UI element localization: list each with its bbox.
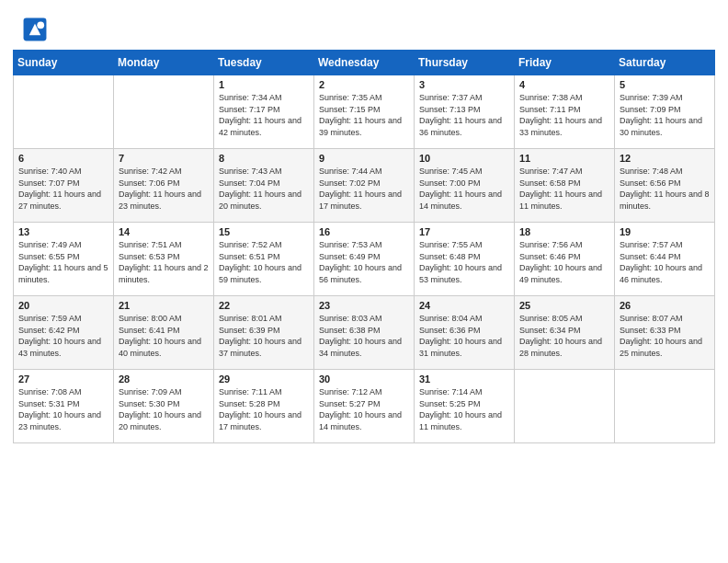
day-number: 28 [119, 373, 209, 385]
day-info: Sunrise: 8:07 AM Sunset: 6:33 PM Dayligh… [620, 313, 710, 359]
day-info: Sunrise: 7:42 AM Sunset: 7:06 PM Dayligh… [119, 166, 209, 212]
calendar-week-row: 1Sunrise: 7:34 AM Sunset: 7:17 PM Daylig… [14, 75, 715, 149]
day-number: 29 [219, 373, 309, 385]
logo-icon [22, 17, 48, 42]
day-info: Sunrise: 7:40 AM Sunset: 7:07 PM Dayligh… [18, 166, 108, 212]
calendar-cell: 22Sunrise: 8:01 AM Sunset: 6:39 PM Dayli… [214, 296, 314, 370]
calendar-cell: 10Sunrise: 7:45 AM Sunset: 7:00 PM Dayli… [415, 149, 515, 223]
day-info: Sunrise: 7:59 AM Sunset: 6:42 PM Dayligh… [18, 313, 108, 359]
logo [22, 17, 50, 42]
day-number: 3 [419, 79, 509, 90]
day-info: Sunrise: 7:47 AM Sunset: 6:58 PM Dayligh… [519, 166, 609, 212]
day-info: Sunrise: 7:08 AM Sunset: 5:31 PM Dayligh… [18, 386, 108, 432]
calendar-cell: 26Sunrise: 8:07 AM Sunset: 6:33 PM Dayli… [615, 296, 715, 370]
calendar-cell: 13Sunrise: 7:49 AM Sunset: 6:55 PM Dayli… [14, 223, 114, 296]
day-number: 27 [18, 373, 108, 385]
day-info: Sunrise: 7:39 AM Sunset: 7:09 PM Dayligh… [620, 92, 710, 138]
day-number: 6 [18, 153, 108, 164]
calendar-week-row: 27Sunrise: 7:08 AM Sunset: 5:31 PM Dayli… [14, 370, 715, 443]
calendar-cell: 19Sunrise: 7:57 AM Sunset: 6:44 PM Dayli… [615, 223, 715, 296]
weekday-header: Thursday [415, 51, 515, 75]
calendar-cell: 23Sunrise: 8:03 AM Sunset: 6:38 PM Dayli… [314, 296, 415, 370]
calendar-cell: 1Sunrise: 7:34 AM Sunset: 7:17 PM Daylig… [214, 75, 314, 149]
header [0, 0, 728, 50]
day-info: Sunrise: 7:35 AM Sunset: 7:15 PM Dayligh… [319, 92, 409, 138]
calendar-cell: 5Sunrise: 7:39 AM Sunset: 7:09 PM Daylig… [615, 75, 715, 149]
calendar-cell: 11Sunrise: 7:47 AM Sunset: 6:58 PM Dayli… [515, 149, 615, 223]
calendar-cell: 7Sunrise: 7:42 AM Sunset: 7:06 PM Daylig… [114, 149, 214, 223]
day-number: 18 [519, 226, 609, 237]
calendar-cell: 4Sunrise: 7:38 AM Sunset: 7:11 PM Daylig… [515, 75, 615, 149]
calendar-week-row: 6Sunrise: 7:40 AM Sunset: 7:07 PM Daylig… [14, 149, 715, 223]
weekday-header: Saturday [615, 51, 715, 75]
day-number: 9 [319, 153, 409, 164]
day-number: 7 [119, 153, 209, 164]
calendar-cell: 30Sunrise: 7:12 AM Sunset: 5:27 PM Dayli… [314, 370, 415, 443]
day-info: Sunrise: 8:00 AM Sunset: 6:41 PM Dayligh… [119, 313, 209, 359]
weekday-header: Tuesday [214, 51, 314, 75]
calendar-week-row: 20Sunrise: 7:59 AM Sunset: 6:42 PM Dayli… [14, 296, 715, 370]
day-number: 15 [219, 226, 309, 237]
day-number: 26 [620, 300, 710, 311]
day-info: Sunrise: 8:04 AM Sunset: 6:36 PM Dayligh… [419, 313, 509, 359]
calendar-cell [114, 75, 214, 149]
calendar-cell: 9Sunrise: 7:44 AM Sunset: 7:02 PM Daylig… [314, 149, 415, 223]
day-number: 10 [419, 153, 509, 164]
day-number: 22 [219, 300, 309, 311]
calendar-cell: 8Sunrise: 7:43 AM Sunset: 7:04 PM Daylig… [214, 149, 314, 223]
day-info: Sunrise: 7:11 AM Sunset: 5:28 PM Dayligh… [219, 386, 309, 432]
svg-point-2 [37, 21, 44, 29]
calendar-cell: 14Sunrise: 7:51 AM Sunset: 6:53 PM Dayli… [114, 223, 214, 296]
day-info: Sunrise: 7:51 AM Sunset: 6:53 PM Dayligh… [119, 239, 209, 285]
day-info: Sunrise: 7:45 AM Sunset: 7:00 PM Dayligh… [419, 166, 509, 212]
calendar-cell: 16Sunrise: 7:53 AM Sunset: 6:49 PM Dayli… [314, 223, 415, 296]
day-number: 2 [319, 79, 409, 90]
calendar-cell: 2Sunrise: 7:35 AM Sunset: 7:15 PM Daylig… [314, 75, 415, 149]
calendar-cell: 20Sunrise: 7:59 AM Sunset: 6:42 PM Dayli… [14, 296, 114, 370]
calendar-cell: 31Sunrise: 7:14 AM Sunset: 5:25 PM Dayli… [415, 370, 515, 443]
day-info: Sunrise: 7:52 AM Sunset: 6:51 PM Dayligh… [219, 239, 309, 285]
day-number: 30 [319, 373, 409, 385]
day-info: Sunrise: 7:37 AM Sunset: 7:13 PM Dayligh… [419, 92, 509, 138]
weekday-header: Monday [114, 51, 214, 75]
day-info: Sunrise: 7:55 AM Sunset: 6:48 PM Dayligh… [419, 239, 509, 285]
day-info: Sunrise: 7:34 AM Sunset: 7:17 PM Dayligh… [219, 92, 309, 138]
calendar-cell: 17Sunrise: 7:55 AM Sunset: 6:48 PM Dayli… [415, 223, 515, 296]
calendar-cell: 12Sunrise: 7:48 AM Sunset: 6:56 PM Dayli… [615, 149, 715, 223]
calendar-cell: 3Sunrise: 7:37 AM Sunset: 7:13 PM Daylig… [415, 75, 515, 149]
day-info: Sunrise: 7:09 AM Sunset: 5:30 PM Dayligh… [119, 386, 209, 432]
day-number: 12 [620, 153, 710, 164]
day-info: Sunrise: 7:56 AM Sunset: 6:46 PM Dayligh… [519, 239, 609, 285]
day-number: 13 [18, 226, 108, 237]
day-number: 5 [620, 79, 710, 90]
day-info: Sunrise: 7:12 AM Sunset: 5:27 PM Dayligh… [319, 386, 409, 432]
calendar-cell: 21Sunrise: 8:00 AM Sunset: 6:41 PM Dayli… [114, 296, 214, 370]
weekday-header: Sunday [14, 51, 114, 75]
day-info: Sunrise: 7:14 AM Sunset: 5:25 PM Dayligh… [419, 386, 509, 432]
calendar-cell: 28Sunrise: 7:09 AM Sunset: 5:30 PM Dayli… [114, 370, 214, 443]
day-info: Sunrise: 7:57 AM Sunset: 6:44 PM Dayligh… [620, 239, 710, 285]
calendar-cell: 27Sunrise: 7:08 AM Sunset: 5:31 PM Dayli… [14, 370, 114, 443]
calendar-cell [615, 370, 715, 443]
day-info: Sunrise: 8:05 AM Sunset: 6:34 PM Dayligh… [519, 313, 609, 359]
day-number: 16 [319, 226, 409, 237]
day-number: 1 [219, 79, 309, 90]
calendar-cell: 15Sunrise: 7:52 AM Sunset: 6:51 PM Dayli… [214, 223, 314, 296]
day-info: Sunrise: 7:38 AM Sunset: 7:11 PM Dayligh… [519, 92, 609, 138]
day-info: Sunrise: 7:53 AM Sunset: 6:49 PM Dayligh… [319, 239, 409, 285]
day-info: Sunrise: 8:01 AM Sunset: 6:39 PM Dayligh… [219, 313, 309, 359]
calendar-cell [14, 75, 114, 149]
calendar-cell: 6Sunrise: 7:40 AM Sunset: 7:07 PM Daylig… [14, 149, 114, 223]
day-info: Sunrise: 8:03 AM Sunset: 6:38 PM Dayligh… [319, 313, 409, 359]
day-number: 25 [519, 300, 609, 311]
calendar-cell [515, 370, 615, 443]
day-info: Sunrise: 7:43 AM Sunset: 7:04 PM Dayligh… [219, 166, 309, 212]
day-number: 23 [319, 300, 409, 311]
day-info: Sunrise: 7:49 AM Sunset: 6:55 PM Dayligh… [18, 239, 108, 285]
day-number: 20 [18, 300, 108, 311]
day-number: 17 [419, 226, 509, 237]
day-number: 8 [219, 153, 309, 164]
day-info: Sunrise: 7:48 AM Sunset: 6:56 PM Dayligh… [620, 166, 710, 212]
day-number: 31 [419, 373, 509, 385]
calendar-cell: 25Sunrise: 8:05 AM Sunset: 6:34 PM Dayli… [515, 296, 615, 370]
